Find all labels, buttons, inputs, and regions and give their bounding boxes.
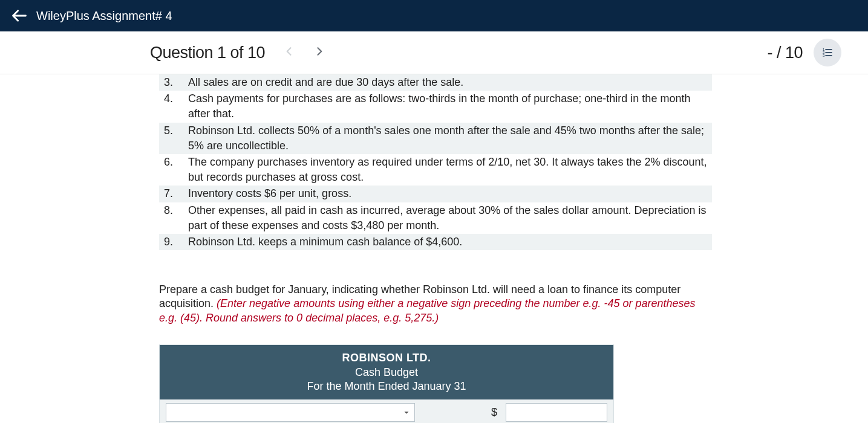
budget-row-1: $ bbox=[160, 399, 613, 423]
item-number: 6. bbox=[159, 154, 186, 186]
budget-line1-amount[interactable] bbox=[506, 403, 607, 422]
item-number: 9. bbox=[159, 234, 186, 250]
item-number: 7. bbox=[159, 186, 186, 202]
app-header: WileyPlus Assignment# 4 bbox=[0, 0, 868, 31]
item-text: Robinson Ltd. keeps a minimum cash balan… bbox=[186, 234, 712, 250]
item-number: 3. bbox=[159, 74, 186, 91]
score-label: - / 10 bbox=[767, 44, 803, 62]
question-content: 3.All sales are on credit and are due 30… bbox=[159, 74, 712, 423]
question-label: Question 1 of 10 bbox=[150, 44, 265, 62]
item-text: Robinson Ltd. collects 50% of a month's … bbox=[186, 123, 712, 154]
question-prompt: Prepare a cash budget for January, indic… bbox=[159, 283, 712, 325]
budget-header: ROBINSON LTD. Cash Budget For the Month … bbox=[160, 345, 613, 399]
question-list-button[interactable]: 1 2 3 bbox=[814, 39, 841, 66]
question-nav-arrows bbox=[283, 45, 328, 60]
table-row: 7.Inventory costs $6 per unit, gross. bbox=[159, 186, 712, 202]
table-row: 4.Cash payments for purchases are as fol… bbox=[159, 91, 712, 122]
prev-question-icon[interactable] bbox=[283, 45, 298, 60]
cash-budget-table: ROBINSON LTD. Cash Budget For the Month … bbox=[159, 344, 614, 423]
item-text: All sales are on credit and are due 30 d… bbox=[186, 74, 712, 91]
dollar-sign: $ bbox=[491, 405, 501, 420]
back-arrow-icon[interactable] bbox=[11, 7, 28, 24]
table-row: 8.Other expenses, all paid in cash as in… bbox=[159, 202, 712, 234]
item-number: 5. bbox=[159, 123, 186, 154]
assumptions-table: 3.All sales are on credit and are due 30… bbox=[159, 74, 712, 250]
item-text: Cash payments for purchases are as follo… bbox=[186, 91, 712, 122]
budget-line1-select[interactable] bbox=[166, 403, 415, 422]
table-row: 6.The company purchases inventory as req… bbox=[159, 154, 712, 186]
question-nav-bar: Question 1 of 10 - / 10 1 2 3 bbox=[0, 31, 868, 74]
item-number: 4. bbox=[159, 91, 186, 122]
svg-text:3: 3 bbox=[823, 54, 825, 57]
table-row: 5.Robinson Ltd. collects 50% of a month'… bbox=[159, 123, 712, 154]
budget-company: ROBINSON LTD. bbox=[162, 351, 611, 365]
budget-period: For the Month Ended January 31 bbox=[162, 379, 611, 393]
item-text: Inventory costs $6 per unit, gross. bbox=[186, 186, 712, 202]
page-title: WileyPlus Assignment# 4 bbox=[36, 9, 172, 23]
question-nav-left: Question 1 of 10 bbox=[150, 44, 328, 62]
item-number: 8. bbox=[159, 202, 186, 234]
item-text: Other expenses, all paid in cash as incu… bbox=[186, 202, 712, 234]
next-question-icon[interactable] bbox=[313, 45, 328, 60]
budget-title: Cash Budget bbox=[162, 366, 611, 379]
prompt-instructions: (Enter negative amounts using either a n… bbox=[159, 297, 696, 323]
item-text: The company purchases inventory as requi… bbox=[186, 154, 712, 186]
table-row: 3.All sales are on credit and are due 30… bbox=[159, 74, 712, 91]
question-nav-right: - / 10 1 2 3 bbox=[767, 39, 841, 66]
content-scroll[interactable]: 3.All sales are on credit and are due 30… bbox=[0, 74, 868, 423]
table-row: 9.Robinson Ltd. keeps a minimum cash bal… bbox=[159, 234, 712, 250]
